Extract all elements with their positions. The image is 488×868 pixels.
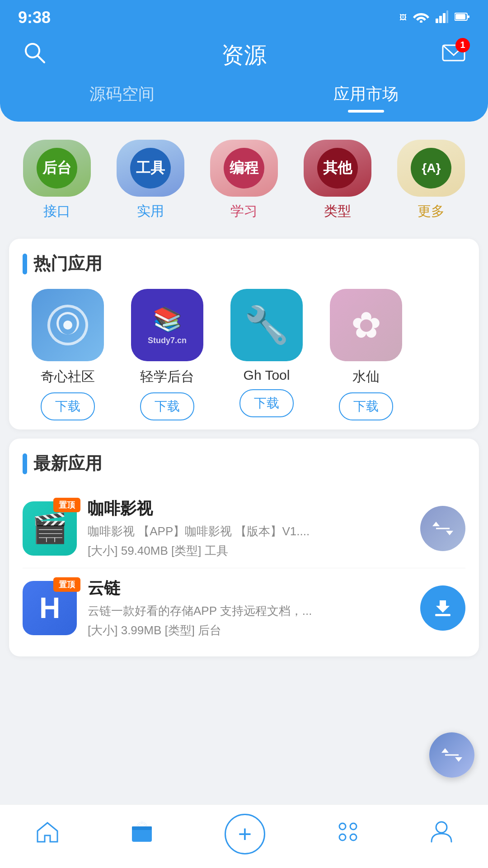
svg-rect-3: [443, 13, 446, 23]
app-icon-study: 📚 Study7.cn: [131, 289, 203, 361]
category-icon-tools: 工具: [130, 148, 171, 189]
nav-home[interactable]: [36, 821, 59, 848]
plus-icon: +: [238, 822, 252, 846]
category-icon-backend: 后台: [37, 148, 77, 189]
app-download-gh[interactable]: 下载: [239, 389, 294, 417]
signal-icon: [436, 10, 448, 25]
app-name-narcissus: 水仙: [352, 368, 380, 386]
add-button[interactable]: +: [225, 814, 265, 854]
app-download-narcissus[interactable]: 下载: [339, 392, 393, 420]
top-badge-kafei: 置顶: [53, 498, 80, 512]
yunlian-name: 云链: [88, 577, 409, 599]
svg-line-9: [38, 56, 44, 62]
mail-badge: 1: [455, 38, 470, 52]
kafei-desc: 咖啡影视 【APP】咖啡影视 【版本】V1....: [88, 524, 323, 539]
yunlian-info: 云链 云链一款好看的存储APP 支持远程文档，... [大小] 3.99MB […: [88, 577, 409, 638]
category-others[interactable]: 其他 类型: [295, 140, 381, 221]
app-download-study[interactable]: 下载: [140, 392, 194, 420]
section-dot: [23, 254, 27, 274]
nav-grid[interactable]: [336, 820, 360, 849]
bottom-nav: +: [0, 804, 488, 868]
kafei-meta: [大小] 59.40MB [类型] 工具: [88, 543, 409, 559]
tab-source-code[interactable]: 源码空间: [0, 83, 244, 122]
category-backend[interactable]: 后台 接口: [14, 140, 100, 221]
image-icon: 🖼: [399, 14, 407, 22]
tab-indicator-source: [111, 110, 133, 113]
page-title: 资源: [221, 40, 267, 71]
mail-button[interactable]: 1: [442, 42, 465, 68]
category-label-programming: 学习: [230, 202, 258, 221]
svg-point-0: [420, 20, 422, 23]
top-badge-yunlian: 置顶: [53, 577, 80, 592]
latest-apps-section: 最新应用 🎬 置顶 咖啡影视 咖啡影视 【APP】咖啡影视 【版本】V1....…: [9, 439, 479, 656]
app-gh[interactable]: 🔧 Gh Tool 下载: [221, 289, 312, 420]
home-icon: [36, 821, 59, 848]
yunlian-meta: [大小] 3.99MB [类型] 后台: [88, 623, 409, 638]
app-icon-qixin: [32, 289, 104, 361]
shop-icon: [130, 820, 154, 849]
kafei-download-button[interactable]: [420, 506, 465, 551]
svg-rect-2: [439, 16, 442, 23]
user-icon: [431, 820, 452, 849]
grid-icon: [336, 820, 360, 849]
float-action-button[interactable]: [429, 732, 474, 778]
svg-rect-6: [455, 14, 465, 19]
status-bar: 9:38 🖼: [0, 0, 488, 32]
app-download-qixin[interactable]: 下载: [41, 392, 95, 420]
hot-apps-title: 热门应用: [33, 252, 102, 275]
tab-app-market[interactable]: 应用市场: [244, 83, 488, 122]
category-label-tools: 实用: [137, 202, 164, 221]
app-name-qixin: 奇心社区: [41, 368, 95, 386]
app-study[interactable]: 📚 Study7.cn 轻学后台 下载: [122, 289, 212, 420]
status-time: 9:38: [18, 8, 51, 27]
category-icon-programming: 编程: [224, 148, 264, 189]
hot-apps-row: 奇心社区 下载 📚 Study7.cn 轻学后台 下载 🔧 Gh Tool 下载: [23, 289, 465, 420]
search-button[interactable]: [23, 41, 46, 70]
category-tools[interactable]: 工具 实用: [107, 140, 193, 221]
tab-indicator-market: [348, 110, 384, 113]
category-label-others: 类型: [324, 202, 351, 221]
svg-point-17: [339, 823, 346, 830]
app-narcissus[interactable]: ✿ 水仙 下载: [321, 289, 411, 420]
app-icon-yunlian: H 置顶: [23, 581, 77, 635]
app-icon-gh: 🔧: [230, 289, 303, 361]
latest-section-dot: [23, 453, 27, 474]
app-icon-narcissus: ✿: [330, 289, 402, 361]
svg-rect-16: [132, 826, 152, 830]
category-label-more: 更多: [418, 202, 445, 221]
latest-apps-header: 最新应用: [23, 452, 465, 475]
app-qixin[interactable]: 奇心社区 下载: [23, 289, 113, 420]
header: 资源 1: [0, 32, 488, 70]
svg-rect-4: [446, 10, 448, 23]
svg-point-18: [350, 823, 357, 830]
kafei-name: 咖啡影视: [88, 498, 409, 520]
svg-rect-12: [435, 614, 450, 616]
svg-rect-1: [436, 19, 438, 23]
category-icon-others: 其他: [317, 148, 358, 189]
category-label-backend: 接口: [43, 202, 70, 221]
kafei-info: 咖啡影视 咖啡影视 【APP】咖啡影视 【版本】V1.... [大小] 59.4…: [88, 498, 409, 559]
svg-point-19: [339, 834, 346, 840]
nav-user[interactable]: [431, 820, 452, 849]
latest-app-yunlian: H 置顶 云链 云链一款好看的存储APP 支持远程文档，... [大小] 3.9…: [23, 568, 465, 647]
yunlian-download-button[interactable]: [420, 585, 465, 631]
svg-point-21: [436, 822, 447, 833]
hot-apps-section: 热门应用 奇心社区 下载 📚 Study7.cn 轻学后台: [9, 239, 479, 429]
yunlian-desc: 云链一款好看的存储APP 支持远程文档，...: [88, 603, 323, 619]
nav-add[interactable]: +: [225, 814, 265, 854]
svg-rect-14: [132, 828, 152, 842]
category-section: 后台 接口 工具 实用 编程 学习 其他 类型: [0, 122, 488, 230]
battery-icon: [455, 12, 470, 23]
latest-apps-title: 最新应用: [33, 452, 102, 475]
wifi-icon: [413, 11, 429, 24]
app-name-gh: Gh Tool: [244, 368, 290, 383]
category-more[interactable]: {A} 更多: [388, 140, 474, 221]
app-icon-kafei: 🎬 置顶: [23, 501, 77, 556]
hot-apps-header: 热门应用: [23, 252, 465, 275]
category-programming[interactable]: 编程 学习: [201, 140, 287, 221]
category-icon-more: {A}: [411, 148, 451, 189]
tab-bar: 源码空间 应用市场: [0, 70, 488, 122]
nav-shop[interactable]: [130, 820, 154, 849]
status-icons: 🖼: [399, 10, 470, 25]
svg-point-20: [350, 834, 357, 840]
